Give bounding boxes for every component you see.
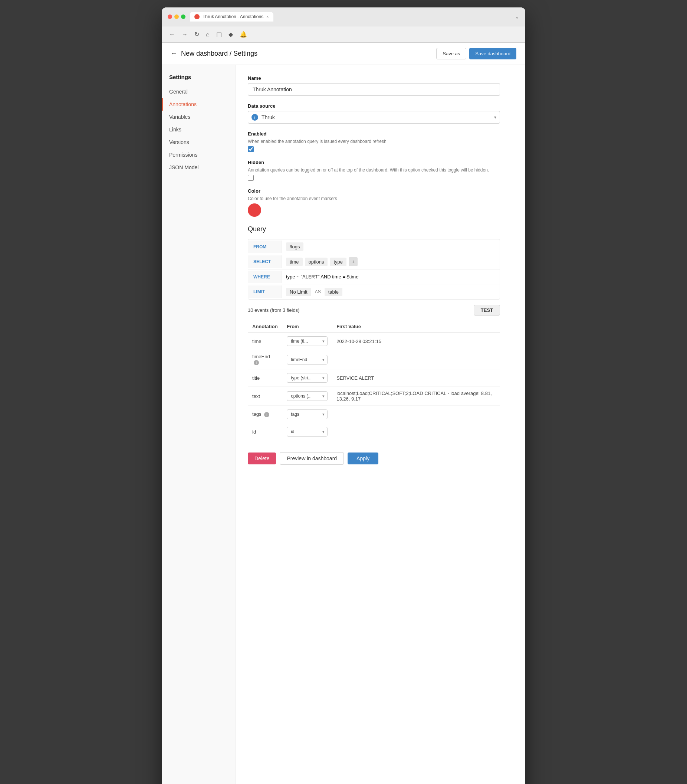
test-button[interactable]: TEST [474,305,500,316]
ann-from-tags: tags [282,406,332,423]
query-from-value[interactable]: /logs [286,242,303,251]
traffic-light-yellow[interactable] [174,15,179,19]
sidebar-title: Settings [162,72,235,86]
preview-dashboard-button[interactable]: Preview in dashboard [280,452,344,465]
ann-from-tags-select-wrap: tags [287,409,327,419]
nav-reload-button[interactable]: ↻ [193,29,201,40]
query-where-keyword: WHERE [248,271,281,283]
query-table: FROM /logs SELECT time options type [248,239,500,300]
sidebar-item-variables[interactable]: Variables [162,110,235,123]
nav-tab-button[interactable]: ◫ [215,29,223,40]
sidebar: Settings General Annotations Variables L… [162,65,236,784]
app-header-left: ← New dashboard / Settings [171,50,258,58]
tags-info-icon[interactable]: i [264,412,269,417]
browser-titlebar: Thruk Annotation - Annotations × ⌄ [162,7,525,26]
hidden-checkbox[interactable] [248,175,254,181]
sidebar-item-permissions[interactable]: Permissions [162,148,235,161]
tab-title: Thruk Annotation - Annotations [202,14,263,19]
table-row: text options (... localhost;Load;CRITICA… [248,387,500,406]
query-select-tag-options[interactable]: options [305,258,328,266]
ann-from-timeend-select[interactable]: timeEnd [287,355,327,364]
ann-first-value-text: localhost;Load;CRITICAL;SOFT;2;LOAD CRIT… [332,387,500,406]
query-select-add-button[interactable]: + [349,257,358,266]
ann-label-timeend: timeEnd i [248,350,282,369]
col-annotation-header: Annotation [248,321,282,333]
datasource-select[interactable]: Thruk [248,111,500,124]
name-input[interactable] [248,83,500,96]
app-container: ← New dashboard / Settings Save as Save … [162,43,525,784]
ann-from-title-select[interactable]: type (stri... [287,373,327,383]
datasource-select-wrapper: i Thruk ▾ [248,111,500,124]
table-row: title type (stri... SERVICE ALERT [248,369,500,387]
enabled-label: Enabled [248,131,500,137]
query-from-keyword: FROM [248,240,281,253]
nav-forward-button[interactable]: → [180,30,189,40]
ann-first-value-id [332,423,500,441]
datasource-icon: i [251,114,258,121]
ann-first-value-timeend [332,350,500,369]
sidebar-item-links-label: Links [169,127,181,133]
ann-from-id-select-wrap: id [287,427,327,436]
events-text: 10 events (from 3 fields) [248,307,299,313]
timeend-info-icon[interactable]: i [254,360,259,365]
ann-from-text-select-wrap: options (... [287,391,327,401]
nav-home-button[interactable]: ⌂ [204,30,211,40]
enabled-checkbox[interactable] [248,146,254,152]
apply-button[interactable]: Apply [348,453,378,464]
ann-from-title: type (stri... [282,369,332,387]
query-where-content [281,271,500,282]
query-from-row: FROM /logs [248,239,500,254]
sidebar-item-versions-label: Versions [169,139,189,145]
query-select-tag-type[interactable]: type [330,258,347,266]
query-limit-table[interactable]: table [325,288,342,296]
browser-chevron-icon[interactable]: ⌄ [515,14,519,20]
query-limit-as: AS [315,289,321,294]
nav-shield-button[interactable]: ◆ [227,29,235,40]
save-as-button[interactable]: Save as [436,48,466,59]
traffic-light-red[interactable] [168,15,172,19]
browser-toolbar: ← → ↻ ⌂ ◫ ◆ 🔔 [162,26,525,43]
ann-from-tags-select[interactable]: tags [287,409,327,419]
sidebar-item-json-model[interactable]: JSON Model [162,161,235,174]
browser-tab[interactable]: Thruk Annotation - Annotations × [190,12,273,21]
query-where-row: WHERE [248,270,500,284]
table-row: tags i tags [248,406,500,423]
sidebar-item-general-label: General [169,89,188,95]
traffic-lights [168,15,186,19]
color-swatch-button[interactable] [248,203,261,217]
color-field-group: Color Color to use for the annotation ev… [248,188,500,218]
save-dashboard-button[interactable]: Save dashboard [469,48,516,59]
sidebar-item-links[interactable]: Links [162,123,235,136]
browser-window: Thruk Annotation - Annotations × ⌄ ← → ↻… [162,7,525,784]
col-from-header: From [282,321,332,333]
ann-from-id-select[interactable]: id [287,427,327,436]
tab-favicon [194,14,200,19]
page-back-button[interactable]: ← [171,50,178,58]
annotations-table-header-row: Annotation From First Value [248,321,500,333]
query-select-content: time options type + [281,254,500,269]
sidebar-item-annotations[interactable]: Annotations [162,98,235,110]
ann-from-time-select-wrap: time (ti... [287,336,327,346]
table-row: id id [248,423,500,441]
sidebar-item-versions[interactable]: Versions [162,136,235,148]
ann-label-text: text [248,387,282,406]
ann-from-id: id [282,423,332,441]
sidebar-item-general[interactable]: General [162,86,235,98]
hidden-description: Annotation queries can be toggled on or … [248,167,500,173]
nav-back-button[interactable]: ← [168,30,177,40]
hidden-label: Hidden [248,160,500,165]
query-limit-value[interactable]: No Limit [286,288,311,296]
ann-from-text-select[interactable]: options (... [287,391,327,401]
query-where-input[interactable] [286,274,495,280]
annotations-table: Annotation From First Value time [248,321,500,440]
tab-close-button[interactable]: × [266,15,269,19]
delete-button[interactable]: Delete [248,453,276,464]
col-first-value-header: First Value [332,321,500,333]
ann-from-time-select[interactable]: time (ti... [287,336,327,346]
nav-bell-button[interactable]: 🔔 [238,29,248,40]
traffic-light-green[interactable] [181,15,186,19]
query-select-tag-time[interactable]: time [286,258,303,266]
form-section: Name Data source i Thruk ▾ [248,75,500,465]
ann-label-title: title [248,369,282,387]
datasource-field-group: Data source i Thruk ▾ [248,103,500,124]
